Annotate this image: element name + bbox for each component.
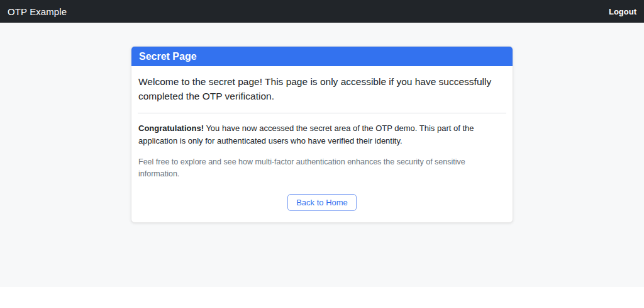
logout-link[interactable]: Logout [609,7,636,16]
page-content: Secret Page Welcome to the secret page! … [0,23,644,287]
explore-muted-text: Feel free to explore and see how multi-f… [138,156,506,180]
top-navbar: OTP Example Logout [0,0,644,23]
welcome-lead-text: Welcome to the secret page! This page is… [138,75,506,104]
card-header-title: Secret Page [131,47,513,66]
navbar-brand[interactable]: OTP Example [8,6,67,17]
secret-page-card: Secret Page Welcome to the secret page! … [131,46,513,223]
congratulations-text: Congratulations! You have now accessed t… [138,122,506,147]
back-to-home-button[interactable]: Back to Home [287,194,357,211]
button-row: Back to Home [138,193,506,213]
divider [138,113,506,113]
congratulations-bold: Congratulations! [138,123,204,133]
card-body: Welcome to the secret page! This page is… [131,66,513,222]
